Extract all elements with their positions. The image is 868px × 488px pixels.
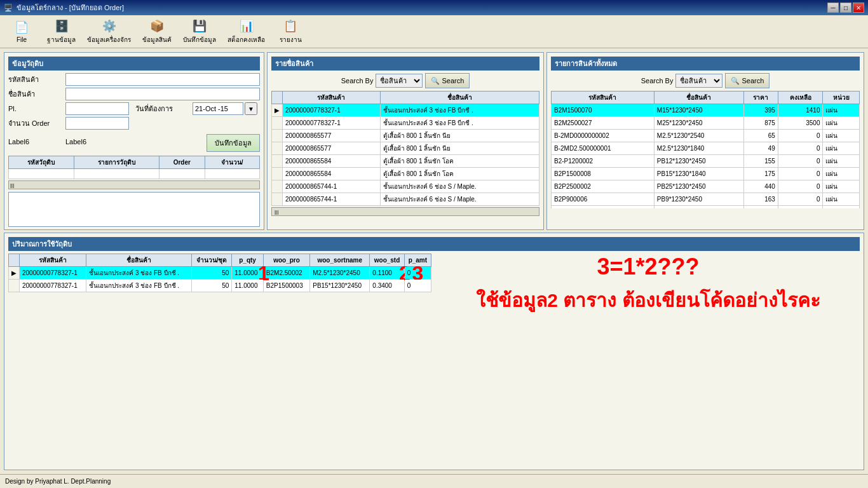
mid-name-cell: ตู้เสื้อผ้า 800 1 ลิ้นชัก นีย	[380, 130, 539, 142]
notes-textarea[interactable]	[8, 192, 260, 227]
right-name-cell: PB25*1230*2450	[654, 180, 743, 193]
arrow-cell	[272, 180, 283, 193]
right-search-button[interactable]: 🔍 Search	[725, 73, 770, 88]
right-code-cell: B2P2500002	[552, 180, 654, 193]
mid-code-cell: 20000000778327-1	[283, 104, 381, 117]
scroll-content: |||	[10, 182, 14, 188]
list-item[interactable]: 2000000865744-1 ชั้นเอนกประสงค์ 6 ช่อง S…	[272, 180, 539, 193]
report-icon: 📋	[283, 18, 298, 34]
label6b: Label6	[65, 138, 86, 146]
h-scroll-bar[interactable]: |||	[8, 180, 260, 189]
right-price-cell: 163	[743, 193, 778, 206]
sub-col-name: รายการวัถุดิบ	[74, 156, 159, 169]
right-unit-cell: แผ่น	[823, 168, 860, 180]
date-picker-button[interactable]: ▼	[245, 102, 257, 115]
list-item[interactable]: B2M1500070 M15*1230*2450 395 1410 แผ่น	[552, 104, 860, 117]
mid-name-cell: ชั้นเอนกประสงค์ 3 ช่อง FB บีกชี .	[380, 104, 539, 117]
menu-report[interactable]: 📋 รายงาน	[271, 17, 309, 46]
middle-search-select[interactable]: ชื่อสินค้า รหัสสินค้า	[376, 74, 423, 88]
right-name-cell: PB12*1230*2450	[654, 155, 743, 168]
right-unit-cell: แผ่น	[823, 193, 860, 206]
order-date-input[interactable]	[193, 102, 243, 115]
product-name-input[interactable]	[65, 88, 260, 100]
scroll-indicator-label: |||	[272, 209, 281, 215]
list-item[interactable]: B2P2500002 PB25*1230*2450 440 0 แผ่น	[552, 180, 860, 193]
middle-table: รหัสสินค้า ชื่อสินค้า ▶ 20000000778327-1…	[271, 91, 539, 206]
pl-row: Pl. วันที่ต้องการ ▼	[8, 102, 260, 115]
right-col-stock: คงเหลือ	[778, 92, 823, 104]
menu-database[interactable]: 🗄️ ฐานข้อมูล	[42, 17, 81, 46]
sub-col-order: Order	[159, 156, 205, 169]
qty-name-cell: ชั้นเอนกประสงค์ 3 ช่อง FB บีกชี .	[86, 280, 192, 292]
product-code-label: รหัสสินค้า	[8, 74, 65, 85]
list-item[interactable]: 2000000865577 ตู้เสื้อผ้า 800 1 ลิ้นชัก …	[272, 142, 539, 155]
list-item[interactable]: B2M2500027 M25*1230*2450 875 3500 แผ่น	[552, 117, 860, 130]
menu-machine[interactable]: ⚙️ ข้อมูลเครื่องจักร	[82, 17, 136, 46]
minimize-button[interactable]: ─	[827, 3, 839, 13]
save-button[interactable]: บันทึกข้อมูล	[207, 134, 260, 152]
middle-h-scroll[interactable]: |||	[271, 207, 539, 216]
qty-table-container: รหัสสินค้า ชื่อสินค้า จำนวน/ชุด p_qty wo…	[8, 254, 431, 315]
menu-product[interactable]: 📦 ข้อมูลสินค้	[137, 17, 177, 46]
right-qty-cell: 0	[778, 130, 823, 142]
right-code-cell: B-2MD2.500000001	[552, 142, 654, 155]
menu-stock[interactable]: 📊 สต็อกคงเหลือ	[222, 17, 270, 46]
list-item[interactable]: B2-P1200002 PB12*1230*2450 155 0 แผ่น	[552, 155, 860, 168]
list-item[interactable]: B2P1500008 PB15*1230*1840 175 0 แผ่น	[552, 168, 860, 180]
list-item[interactable]: B-2MD2.500000001 M2.5*1230*1840 49 0 แผ่…	[552, 142, 860, 155]
right-price-cell: 875	[743, 117, 778, 130]
list-item[interactable]: 2000000865584 ตู้เสื้อผ้า 800 1 ลิ้นชัก …	[272, 155, 539, 168]
menu-database-label: ฐานข้อมูล	[47, 35, 76, 44]
right-name-cell: M2.5*1230*2540	[654, 130, 743, 142]
left-panel-title: ข้อมูวัถุดิบ	[8, 57, 260, 71]
file-icon: 📄	[14, 20, 29, 35]
middle-search-button[interactable]: 🔍 Search	[425, 73, 470, 88]
maximize-button[interactable]: □	[840, 3, 851, 13]
list-item[interactable]: ▶ 20000000778327-1 ชั้นเอนกประสงค์ 3 ช่อ…	[272, 104, 539, 117]
right-search-select[interactable]: ชื่อสินค้า รหัสสินค้า	[675, 74, 722, 88]
woosortname-cell: M2.5*1230*2450	[310, 267, 370, 280]
bottom-content: รหัสสินค้า ชื่อสินค้า จำนวน/ชุด p_qty wo…	[8, 254, 860, 315]
mid-name-cell: ตู้เสื้อผ้า 800 1 ลิ้นชัก นีย	[380, 142, 539, 155]
table-row[interactable]: ▶ 20000000778327-1 ชั้นเอนกประสงค์ 3 ช่อ…	[9, 267, 431, 280]
right-table-wrapper[interactable]: รหัสสินค้า ชื่อสินค้า ราคา คงเหลือ หน่วย…	[551, 91, 860, 208]
menu-file[interactable]: 📄 File	[3, 18, 41, 45]
product-code-input[interactable]	[65, 73, 260, 86]
woostd-cell: 0.3400	[370, 280, 404, 292]
label6a: Label6	[8, 138, 65, 146]
middle-panel-title: รายชื่อสินค้า	[271, 57, 539, 71]
sub-col-qty: จำนวน/	[205, 156, 259, 169]
list-item[interactable]: 2000000865744-1 ชั้นเอนกประสงค์ 6 ช่อง S…	[272, 193, 539, 206]
right-unit-cell: แผ่น	[823, 180, 860, 193]
search-icon: 🔍	[431, 77, 440, 85]
title-bar: 🖥️ ข้อมูลโตร์กลาง - [บันทึกยอด Order] ─ …	[0, 0, 868, 15]
order-date-label: วันที่ต้องการ	[135, 103, 193, 114]
list-item[interactable]: B2P1800004 PB18*1230*2450 280 0 แผ่น	[552, 206, 860, 209]
list-item[interactable]: 2000000865584 ตู้เสื้อผ้า 800 1 ลิ้นชัก …	[272, 168, 539, 180]
right-code-cell: B-2MD0000000002	[552, 130, 654, 142]
right-unit-cell: แผ่น	[823, 206, 860, 209]
order-qty-input[interactable]	[65, 117, 129, 130]
right-unit-cell: แผ่น	[823, 142, 860, 155]
title-bar-controls: ─ □ ✕	[827, 3, 864, 13]
middle-table-wrapper[interactable]: รหัสสินค้า ชื่อสินค้า ▶ 20000000778327-1…	[271, 91, 539, 206]
close-button[interactable]: ✕	[853, 3, 864, 13]
table-row[interactable]: 20000000778327-1 ชั้นเอนกประสงค์ 3 ช่อง …	[9, 280, 431, 292]
right-code-cell: B2P1500008	[552, 168, 654, 180]
sub-table: รหัสวัถุดิบ รายการวัถุดิบ Order จำนวน/	[8, 156, 260, 179]
right-name-cell: M15*1230*2450	[654, 104, 743, 117]
arrow-cell: ▶	[272, 104, 283, 117]
arrow-cell	[272, 168, 283, 180]
list-item[interactable]: 20000000778327-1 ชั้นเอนกประสงค์ 3 ช่อง …	[272, 117, 539, 130]
right-col-name: ชื่อสินค้า	[654, 92, 743, 104]
cell	[74, 169, 159, 179]
right-qty-cell: 3500	[778, 117, 823, 130]
pl-input[interactable]	[65, 102, 129, 115]
product-name-row: ชื่อสินค้า	[8, 88, 260, 100]
list-item[interactable]: 2000000865577 ตู้เสื้อผ้า 800 1 ลิ้นชัก …	[272, 130, 539, 142]
list-item[interactable]: B2P900006 PB9*1230*2450 163 0 แผ่น	[552, 193, 860, 206]
product-icon: 📦	[149, 18, 165, 34]
menu-save[interactable]: 💾 บันทึกข้อมูล	[178, 17, 221, 46]
middle-search-label: Search By	[341, 77, 374, 85]
list-item[interactable]: B-2MD0000000002 M2.5*1230*2540 65 0 แผ่น	[552, 130, 860, 142]
